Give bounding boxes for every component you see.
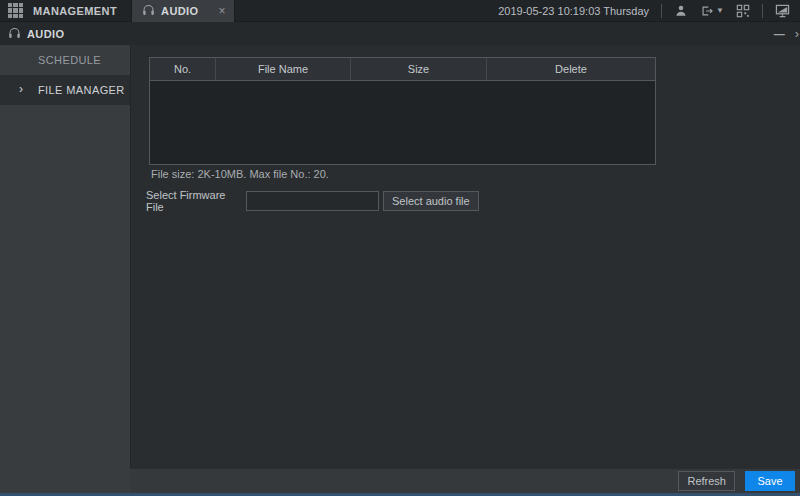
table-header-row: No. File Name Size Delete: [150, 58, 655, 80]
audio-settings-screen: MANAGEMENT AUDIO × 2019-05-23 10:19:03 T…: [0, 0, 800, 496]
divider: [661, 4, 662, 18]
topbar-right-cluster: 2019-05-23 10:19:03 Thursday ▼: [498, 4, 800, 18]
tab-audio-label: AUDIO: [161, 5, 198, 17]
refresh-button[interactable]: Refresh: [678, 471, 735, 491]
col-header-delete: Delete: [487, 58, 655, 80]
divider: [762, 4, 763, 18]
caret-down-icon: ▼: [716, 6, 724, 15]
col-header-no: No.: [150, 58, 216, 80]
footer-bar: Refresh Save: [130, 468, 800, 493]
close-tab-icon[interactable]: ×: [219, 6, 226, 16]
sidebar: SCHEDULE › FILE MANAGER: [0, 45, 130, 493]
select-audio-file-button[interactable]: Select audio file: [383, 191, 479, 211]
file-size-note: File size: 2K-10MB. Max file No.: 20.: [151, 168, 329, 180]
monitor-icon[interactable]: [775, 4, 790, 18]
top-tab-bar: MANAGEMENT AUDIO × 2019-05-23 10:19:03 T…: [0, 0, 800, 22]
headphones-icon: [142, 4, 155, 18]
minimize-icon[interactable]: —: [774, 28, 785, 40]
headphones-icon: [8, 27, 21, 41]
sidebar-item-file-manager[interactable]: › FILE MANAGER: [0, 75, 130, 105]
user-icon[interactable]: [674, 4, 688, 18]
page-header: AUDIO — ›: [0, 22, 800, 45]
sidebar-item-schedule[interactable]: SCHEDULE: [0, 45, 130, 75]
tab-audio[interactable]: AUDIO ×: [131, 0, 234, 22]
audio-file-table: No. File Name Size Delete: [149, 57, 656, 165]
select-firmware-label: Select Firmware File: [146, 189, 246, 213]
apps-grid-icon[interactable]: [8, 3, 23, 18]
datetime-text: 2019-05-23 10:19:03 Thursday: [498, 5, 649, 17]
table-body-empty: [150, 80, 655, 164]
logout-icon[interactable]: ▼: [700, 4, 724, 18]
col-header-size: Size: [351, 58, 487, 80]
firmware-file-input[interactable]: [246, 191, 379, 211]
content-panel: No. File Name Size Delete File size: 2K-…: [130, 45, 800, 468]
tab-management[interactable]: MANAGEMENT: [33, 5, 117, 17]
sidebar-item-label: FILE MANAGER: [38, 84, 125, 96]
panel-controls: — ›: [774, 26, 792, 41]
page-title: AUDIO: [27, 28, 64, 40]
qr-code-icon[interactable]: [736, 4, 750, 18]
save-button[interactable]: Save: [745, 471, 795, 491]
sidebar-item-label: SCHEDULE: [38, 54, 101, 66]
col-header-file-name: File Name: [216, 58, 351, 80]
collapse-arrow-icon[interactable]: ›: [795, 26, 799, 41]
select-file-form: Select Firmware File Select audio file: [146, 189, 479, 213]
chevron-right-icon: ›: [19, 83, 23, 95]
